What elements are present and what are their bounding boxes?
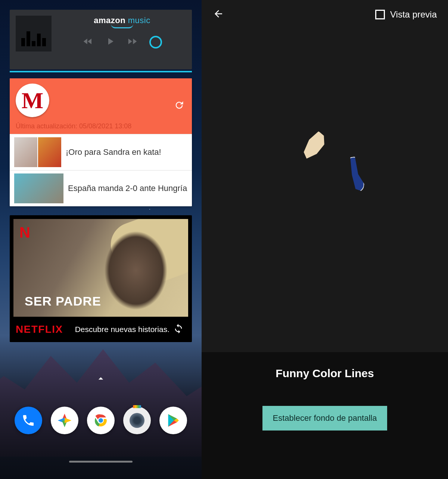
news-item[interactable]: ¡Oro para Sandra en kata! (10, 134, 192, 170)
hero-artwork (95, 230, 177, 317)
news-item[interactable]: España manda 2-0 ante Hungría (10, 170, 192, 206)
progress-bar (10, 71, 192, 72)
dock (0, 407, 202, 434)
netflix-tagline: Descubre nuevas historias. (75, 325, 169, 334)
camera-app-icon[interactable] (123, 407, 151, 434)
netflix-hero[interactable]: N SER PADRE (13, 219, 188, 317)
gesture-nav-pill[interactable] (69, 461, 133, 463)
refresh-icon[interactable] (174, 100, 184, 112)
phone-app-icon[interactable] (15, 407, 42, 434)
chrome-app-icon[interactable] (87, 407, 115, 434)
play-icon[interactable] (105, 36, 116, 48)
next-track-icon[interactable] (127, 36, 138, 48)
marca-logo: M (16, 84, 49, 117)
color-line-shape (345, 156, 365, 194)
netflix-n-icon: N (19, 224, 30, 241)
album-art-placeholder (16, 16, 52, 51)
marca-header: M Última actualización: 05/08/2021 13:08 (10, 78, 192, 134)
color-line-shape (297, 127, 331, 164)
wallpaper-preview-screen: Vista previa Funny Color Lines Establece… (202, 0, 448, 479)
alexa-icon[interactable] (149, 36, 162, 48)
marca-news-widget[interactable]: M Última actualización: 05/08/2021 13:08… (10, 78, 192, 206)
news-thumbnail (14, 173, 63, 203)
photos-app-icon[interactable] (51, 407, 78, 434)
wallpaper-bottom-sheet: Funny Color Lines Establecer fondo de pa… (202, 352, 448, 479)
netflix-wordmark: NETFLIX (16, 323, 63, 335)
sync-icon[interactable] (173, 323, 184, 335)
wallpaper-mountains (0, 322, 202, 457)
set-wallpaper-button[interactable]: Establecer fondo de pantalla (262, 406, 388, 431)
play-store-app-icon[interactable] (159, 407, 187, 434)
netflix-widget[interactable]: N SER PADRE NETFLIX Descubre nuevas hist… (10, 215, 192, 342)
last-updated-text: Última actualización: 05/08/2021 13:08 (16, 122, 186, 130)
amazon-music-widget[interactable]: amazon music (10, 10, 192, 69)
news-thumbnail (14, 137, 37, 167)
news-title: ¡Oro para Sandra en kata! (66, 147, 161, 157)
previous-track-icon[interactable] (82, 36, 93, 48)
app-drawer-chevron-icon[interactable] (95, 373, 106, 386)
news-thumbnail (38, 137, 61, 167)
news-title: España manda 2-0 ante Hungría (68, 183, 187, 194)
hero-title: SER PADRE (25, 294, 101, 309)
amazon-smile-icon (111, 24, 133, 28)
wallpaper-title: Funny Color Lines (276, 367, 374, 380)
home-screen: amazon music (0, 0, 202, 479)
